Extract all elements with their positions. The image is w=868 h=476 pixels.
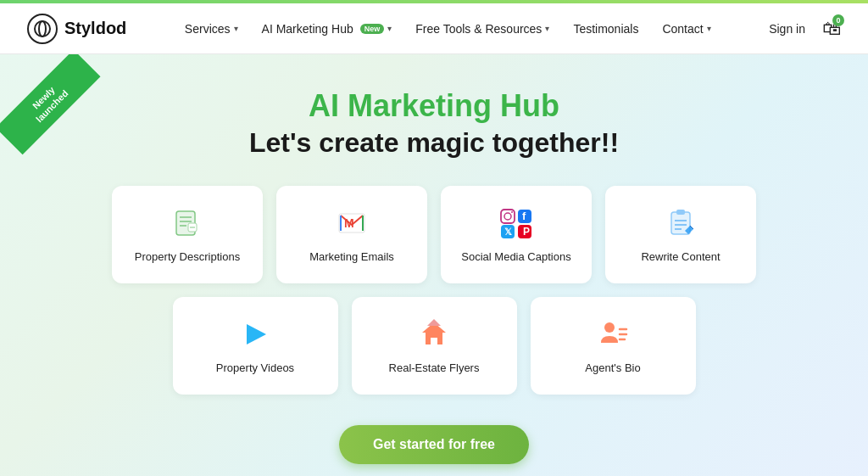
card-label-real-estate-flyers: Real-Estate Flyers — [389, 361, 480, 374]
logo[interactable]: Styldod — [27, 14, 126, 44]
hero-title-black: Let's create magic together!! — [51, 127, 817, 159]
property-descriptions-icon — [170, 206, 204, 240]
cards-row-1: Property Descriptions M Marketing Emails — [51, 186, 817, 283]
nav-ai-marketing-hub[interactable]: AI Marketing Hub New ▾ — [262, 22, 392, 36]
nav-links: Services ▾ AI Marketing Hub New ▾ Free T… — [185, 22, 711, 36]
logo-text: Styldod — [64, 19, 126, 38]
logo-icon — [27, 14, 58, 44]
real-estate-flyers-icon — [417, 317, 451, 351]
card-label-social-media-captions: Social Media Captions — [461, 250, 570, 263]
svg-point-29 — [604, 322, 615, 333]
card-social-media-captions[interactable]: f 𝕏 P Social Media Captions — [441, 186, 592, 283]
svg-rect-20 — [676, 210, 685, 215]
nav-free-tools[interactable]: Free Tools & Resources ▾ — [415, 22, 549, 36]
svg-point-1 — [39, 21, 46, 36]
cards-row-2: Property Videos Real-Estate Flyers — [51, 297, 817, 395]
nav-testimonials[interactable]: Testimonials — [573, 22, 638, 36]
svg-point-0 — [35, 21, 50, 36]
agents-bio-icon — [596, 317, 630, 351]
chevron-icon: ▾ — [387, 24, 392, 33]
svg-point-11 — [504, 213, 511, 220]
ribbon: Newlylaunched — [0, 54, 102, 156]
rewrite-content-icon — [664, 206, 698, 240]
card-label-marketing-emails: Marketing Emails — [309, 250, 394, 263]
card-label-rewrite-content: Rewrite Content — [641, 250, 720, 263]
cta-section: Get started for free ✓ Free 20-generatio… — [51, 425, 817, 476]
hero-title-green: AI Marketing Hub — [51, 88, 817, 124]
svg-marker-28 — [427, 319, 441, 326]
new-badge: New — [360, 24, 385, 34]
signin-button[interactable]: Sign in — [769, 22, 805, 36]
nav-contact[interactable]: Contact ▾ — [662, 22, 710, 36]
svg-text:P: P — [523, 226, 530, 238]
property-videos-icon — [238, 317, 272, 351]
svg-text:𝕏: 𝕏 — [504, 227, 512, 237]
chevron-icon: ▾ — [707, 24, 711, 33]
chevron-icon: ▾ — [545, 24, 549, 33]
hero-title: AI Marketing Hub Let's create magic toge… — [51, 88, 817, 159]
nav-right: Sign in 🛍 0 — [769, 18, 841, 40]
card-marketing-emails[interactable]: M Marketing Emails — [276, 186, 427, 283]
navbar: Styldod Services ▾ AI Marketing Hub New … — [0, 3, 868, 54]
svg-text:f: f — [522, 210, 526, 222]
card-rewrite-content[interactable]: Rewrite Content — [605, 186, 756, 283]
hero-section: Newlylaunched AI Marketing Hub Let's cre… — [0, 54, 868, 476]
svg-point-12 — [511, 211, 513, 213]
svg-marker-27 — [431, 338, 437, 344]
card-property-descriptions[interactable]: Property Descriptions — [112, 186, 263, 283]
card-label-property-descriptions: Property Descriptions — [135, 250, 240, 263]
card-property-videos[interactable]: Property Videos — [173, 297, 338, 395]
marketing-emails-icon: M — [335, 206, 369, 240]
social-media-captions-icon: f 𝕏 P — [499, 206, 533, 240]
chevron-icon: ▾ — [234, 24, 238, 33]
card-real-estate-flyers[interactable]: Real-Estate Flyers — [352, 297, 517, 395]
get-started-button[interactable]: Get started for free — [339, 425, 529, 464]
cart-button[interactable]: 🛍 0 — [822, 18, 841, 40]
card-label-property-videos: Property Videos — [216, 361, 294, 374]
card-agents-bio[interactable]: Agent's Bio — [531, 297, 696, 395]
card-label-agents-bio: Agent's Bio — [585, 361, 640, 374]
cart-count: 0 — [832, 14, 844, 26]
nav-services[interactable]: Services ▾ — [185, 22, 238, 36]
svg-marker-25 — [247, 324, 266, 344]
svg-text:M: M — [344, 216, 354, 230]
ribbon-text: Newlylaunched — [0, 54, 100, 154]
